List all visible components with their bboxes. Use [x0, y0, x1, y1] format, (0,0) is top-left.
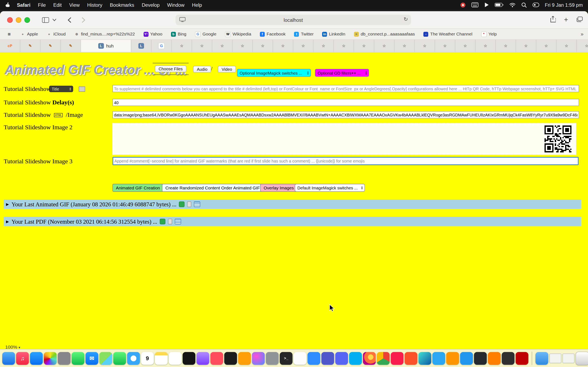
last-animated-gif-section[interactable]: ▶Your Last Animated GIF (January 08 2026…	[4, 200, 581, 209]
tab-empty-19[interactable]: ☆	[536, 40, 557, 52]
video-button[interactable]: Video	[218, 66, 236, 73]
terminal[interactable]: >_	[280, 352, 292, 365]
tab-empty-1[interactable]: ☆	[172, 40, 192, 52]
menu-view[interactable]: View	[66, 2, 84, 8]
apple-menu-icon[interactable]	[5, 2, 10, 8]
edge[interactable]	[419, 352, 431, 365]
tab-empty-13[interactable]: ☆	[415, 40, 435, 52]
color-swatch[interactable]	[79, 86, 85, 92]
tab-editor-3[interactable]: ✎	[61, 40, 81, 52]
minimized-window-1[interactable]	[549, 353, 562, 363]
tab-empty-6[interactable]: ☆	[273, 40, 293, 52]
tab-empty-10[interactable]: ☆	[354, 40, 374, 52]
randomized-gif-button[interactable]: Create Randomized Content Order Animated…	[162, 184, 263, 192]
tab-empty-20[interactable]: ☆	[557, 40, 577, 52]
menu-bookmarks[interactable]: Bookmarks	[106, 2, 138, 8]
tab-empty-2[interactable]: ☆	[192, 40, 212, 52]
finder[interactable]	[2, 352, 15, 365]
imagemagick-switches-select[interactable]: Optional ImageMagick switches ... ▲▼	[237, 69, 311, 77]
zoom-window-button[interactable]	[24, 17, 30, 23]
vlc[interactable]	[488, 352, 501, 365]
tab-l[interactable]: L	[131, 40, 151, 52]
new-tab-icon[interactable]: +	[564, 16, 568, 24]
menu-history[interactable]: History	[84, 2, 106, 8]
discord[interactable]	[335, 352, 348, 365]
back-button-icon[interactable]	[64, 14, 75, 25]
bookmark-twitter[interactable]: tTwitter	[294, 32, 314, 36]
menu-help[interactable]: Help	[188, 2, 206, 8]
bookmark-wikipedia[interactable]: WWikipedia	[225, 31, 251, 37]
home[interactable]	[238, 352, 251, 365]
trash[interactable]	[576, 351, 588, 365]
tab-google[interactable]: G	[151, 40, 172, 52]
menu-develop[interactable]: Develop	[138, 2, 163, 8]
tab-empty-17[interactable]: ☆	[496, 40, 516, 52]
camera[interactable]	[58, 352, 70, 365]
delay-input[interactable]	[112, 99, 579, 106]
spotlight-icon[interactable]	[521, 2, 527, 8]
tab-empty-18[interactable]: ☆	[516, 40, 536, 52]
bookmark-linkedin[interactable]: inLinkedIn	[322, 32, 345, 36]
sidebar-chevron-icon[interactable]	[51, 14, 58, 25]
favorites-overflow-chevron[interactable]: »	[581, 31, 584, 37]
bookmark-facebook[interactable]: fFacebook	[260, 32, 286, 36]
brave[interactable]	[405, 352, 417, 365]
bookmark-google[interactable]: GGoogle	[195, 31, 216, 37]
overlay-images-button[interactable]: Overlay Images	[260, 184, 297, 192]
docker[interactable]	[460, 352, 473, 365]
tab-empty-21[interactable]: ☆	[577, 40, 588, 52]
notes[interactable]	[155, 352, 168, 365]
tab-empty-8[interactable]: ☆	[314, 40, 334, 52]
image3-watermark-input[interactable]	[112, 157, 579, 165]
bookmark-db-connect[interactable]: ≡db_connect.p...aaasaaafaas	[354, 32, 415, 36]
animated-gif-creation-button[interactable]: Animated GIF Creation	[112, 184, 163, 192]
mobile-icon[interactable]	[168, 219, 172, 225]
bookmark-weather-channel[interactable]: ▫The Weather Channel	[424, 32, 472, 36]
filezilla[interactable]	[516, 352, 528, 365]
siri[interactable]	[252, 352, 265, 365]
tab-empty-9[interactable]: ☆	[334, 40, 354, 52]
title-select[interactable]: Title ▲▼	[49, 86, 73, 92]
disclosure-triangle-icon[interactable]: ▶	[6, 202, 9, 206]
forward-button-icon[interactable]	[78, 14, 89, 25]
tab-empty-3[interactable]: ☆	[212, 40, 233, 52]
mail[interactable]: ✉	[86, 352, 98, 365]
close-window-button[interactable]	[7, 17, 13, 23]
chrome[interactable]	[377, 352, 389, 365]
tv[interactable]	[182, 352, 195, 365]
print-icon[interactable]	[175, 219, 181, 225]
bookmark-icloud[interactable]: ●iCloud	[47, 32, 66, 36]
gd-filters-select[interactable]: Optional GD filters++ ... ▲▼	[315, 69, 369, 77]
menu-app-name[interactable]: Safari	[13, 2, 34, 8]
control-center-icon[interactable]	[532, 3, 539, 7]
menu-file[interactable]: File	[34, 2, 49, 8]
last-pdf-section[interactable]: ▶Your Last PDF (November 03 2021 06:14:5…	[4, 217, 581, 226]
calendar[interactable]: 9	[141, 352, 154, 365]
status-badge-icon[interactable]	[460, 2, 466, 8]
app-store[interactable]	[30, 352, 43, 365]
tab-overview-icon[interactable]	[576, 16, 583, 24]
tab-editor-1[interactable]: ✎	[20, 40, 40, 52]
menu-edit[interactable]: Edit	[50, 2, 66, 8]
share-icon[interactable]	[550, 16, 556, 24]
bookmark-yelp[interactable]: *Yelp	[481, 31, 497, 37]
podcasts[interactable]	[196, 352, 209, 365]
obs[interactable]	[502, 352, 515, 365]
bookmark-yahoo[interactable]: Y!Yahoo	[144, 32, 163, 36]
favorites-grid-icon[interactable]: ⊞	[7, 32, 12, 36]
gif-preview-icon[interactable]	[160, 219, 165, 225]
downloads-folder[interactable]	[536, 352, 548, 365]
zoom-app[interactable]	[307, 352, 320, 365]
menu-window[interactable]: Window	[163, 2, 188, 8]
minimize-window-button[interactable]	[16, 17, 21, 23]
bookmark-apple[interactable]: ●Apple	[20, 32, 38, 36]
sidebar-toggle-icon[interactable]	[40, 14, 51, 25]
minimized-window-2[interactable]	[562, 353, 575, 363]
tab-empty-11[interactable]: ☆	[374, 40, 394, 52]
tab-empty-12[interactable]: ☆	[394, 40, 415, 52]
photos[interactable]	[44, 352, 57, 365]
choose-files-button[interactable]: Choose Files	[155, 66, 186, 72]
firefox[interactable]	[363, 352, 376, 365]
opera[interactable]	[391, 352, 403, 365]
tab-empty-15[interactable]: ☆	[455, 40, 476, 52]
